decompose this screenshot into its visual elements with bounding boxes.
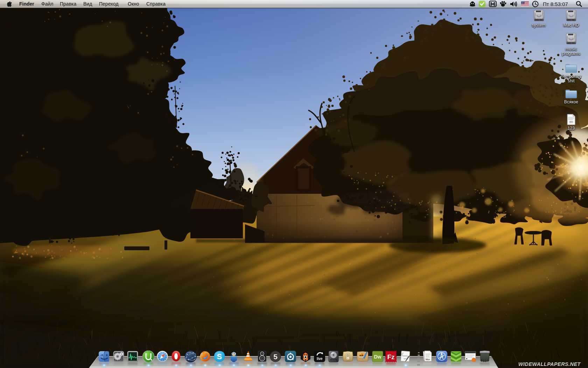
svg-text:5: 5 <box>273 353 278 361</box>
svg-text:DIGITAL: DIGITAL <box>331 359 336 361</box>
svg-text:S: S <box>217 352 222 361</box>
svg-text:RTF: RTF <box>570 121 573 123</box>
svg-text:Fz: Fz <box>387 353 394 361</box>
svg-text:live: live <box>317 357 323 361</box>
svg-text:Пт 8:53:07: Пт 8:53:07 <box>543 1 568 7</box>
svg-text:PDF: PDF <box>426 359 430 361</box>
svg-text:Dw: Dw <box>374 354 382 360</box>
